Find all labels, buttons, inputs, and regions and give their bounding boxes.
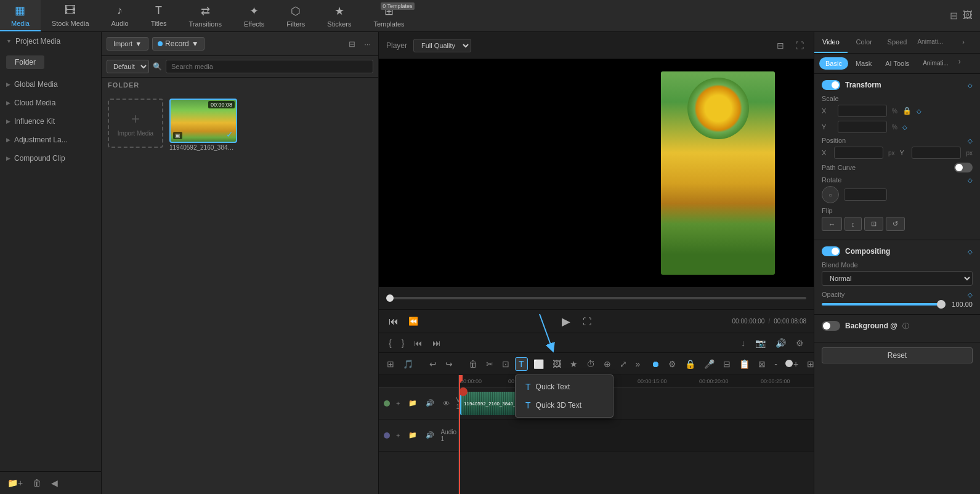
nav-item-transitions[interactable]: ⇄ Transitions (178, 0, 233, 31)
transform-toggle[interactable] (822, 80, 840, 90)
tl-split-button[interactable]: ⊟ (720, 358, 734, 370)
path-curve-toggle[interactable] (954, 163, 973, 172)
sub-tab-ai-tools[interactable]: AI Tools (879, 57, 915, 70)
nav-item-audio[interactable]: ♪ Audio (100, 0, 140, 31)
opacity-slider[interactable] (822, 303, 946, 306)
start-marker[interactable] (459, 387, 468, 396)
folder-button[interactable]: Folder (6, 55, 44, 69)
audio1-mute-button[interactable]: 🔊 (423, 430, 437, 440)
flip-both-button[interactable]: ⊡ (864, 217, 883, 231)
add-to-timeline-button[interactable]: ↓ (739, 337, 748, 349)
transform-keyframe-icon[interactable]: ◇ (968, 82, 973, 89)
tl-copy-button[interactable]: 📋 (736, 358, 753, 370)
flip-v-button[interactable]: ↕ (844, 217, 862, 231)
position-keyframe[interactable]: ◇ (968, 137, 973, 144)
nav-item-titles[interactable]: T Titles (140, 0, 178, 31)
nav-item-filters[interactable]: ⬡ Filters (275, 0, 316, 31)
sticker-button[interactable]: ★ (567, 358, 581, 370)
timeline-content[interactable]: 00:00:00 00:00:05:00 00:00:10:00 00:00:1… (459, 375, 814, 494)
opacity-thumb[interactable] (937, 300, 946, 309)
add-folder-button[interactable]: 📁+ (5, 477, 25, 489)
background-toggle[interactable] (822, 321, 840, 331)
tl-grid-button[interactable]: ⊞ (804, 358, 814, 370)
redo-button[interactable]: ↪ (442, 358, 456, 370)
search-input[interactable] (166, 60, 373, 73)
crop-button[interactable]: ⊡ (499, 358, 512, 370)
mark-out-button[interactable]: } (399, 337, 407, 349)
grid-view-icon[interactable]: ⊟ (950, 10, 958, 22)
fullscreen-icon[interactable]: ⛶ (793, 39, 806, 52)
nav-item-templates[interactable]: ⊞ Templates 0 Templates (362, 0, 415, 31)
step-back-button[interactable]: ⏪ (406, 315, 421, 327)
remove-folder-button[interactable]: 🗑 (30, 477, 44, 489)
undo-button[interactable]: ↩ (426, 358, 440, 370)
zoom-button[interactable]: ⊕ (601, 358, 614, 370)
reset-button[interactable]: Reset (822, 347, 973, 363)
rotate-input[interactable]: 0.00° (844, 188, 887, 201)
next-marker-button[interactable]: ⏭ (430, 337, 443, 349)
playhead[interactable] (459, 375, 460, 494)
import-media-button[interactable]: + Import Media (108, 99, 163, 148)
import-button[interactable]: Import ▼ (107, 37, 148, 51)
media-sort-select[interactable]: Default (107, 60, 149, 73)
cut-button[interactable]: ✂ (483, 358, 496, 370)
quick-3d-text-item[interactable]: T Quick 3D Text (516, 396, 613, 415)
sidebar-item-cloud-media[interactable]: ▶ Cloud Media (0, 94, 101, 112)
opacity-keyframe[interactable]: ◇ (968, 291, 973, 298)
volume-button[interactable]: 🔊 (773, 337, 788, 349)
timer-button[interactable]: ⏱ (583, 358, 598, 370)
video1-add-button[interactable]: + (394, 399, 402, 408)
sidebar-item-project-media[interactable]: ▼ Project Media (0, 32, 101, 51)
resize-button[interactable]: ⤢ (617, 358, 630, 370)
tab-more[interactable]: › (947, 32, 980, 53)
compositing-toggle[interactable] (822, 246, 840, 256)
tl-camera-button[interactable]: 🎤 (701, 358, 718, 370)
sidebar-item-compound-clip[interactable]: ▶ Compound Clip (0, 149, 101, 168)
add-track-button[interactable]: ⊞ (384, 358, 397, 370)
lock-icon[interactable]: 🔒 (902, 107, 912, 115)
video1-mute-button[interactable]: 🔊 (423, 398, 437, 408)
audio1-add-button[interactable]: + (394, 431, 402, 440)
nav-item-media[interactable]: ▦ Media (0, 0, 41, 31)
quick-text-item[interactable]: T Quick Text (516, 378, 613, 396)
audio1-media-button[interactable]: 📁 (406, 430, 419, 440)
delete-button[interactable]: 🗑 (466, 358, 480, 370)
settings-button[interactable]: ⚙ (793, 337, 806, 349)
shape-button[interactable]: ⬜ (530, 358, 547, 370)
quality-select[interactable]: Full Quality (413, 39, 471, 52)
nav-item-stickers[interactable]: ★ Stickers (316, 0, 362, 31)
snapshot-button[interactable]: 📷 (753, 337, 768, 349)
video1-media-button[interactable]: 📁 (406, 398, 419, 408)
tab-speed[interactable]: Speed (881, 32, 914, 53)
mark-in-button[interactable]: { (386, 337, 394, 349)
sub-tab-basic[interactable]: Basic (819, 57, 848, 70)
compositing-keyframe-icon[interactable]: ◇ (968, 248, 973, 255)
add-audio-track-button[interactable]: 🎵 (400, 358, 416, 370)
blend-mode-select[interactable]: Normal (822, 271, 973, 286)
prev-marker-button[interactable]: ⏮ (411, 337, 425, 349)
sidebar-item-global-media[interactable]: ▶ Global Media (0, 75, 101, 94)
position-x-input[interactable]: 0.00 (834, 147, 883, 159)
text-title-button[interactable]: T (515, 357, 528, 371)
tl-zoom-thumb[interactable] (785, 360, 793, 367)
sub-tab-mask[interactable]: Mask (849, 57, 878, 70)
rotate-dial[interactable]: ○ (822, 186, 839, 203)
tab-video[interactable]: Video (814, 32, 848, 53)
collapse-panel-button[interactable]: ◀ (49, 477, 60, 489)
time-scrubber[interactable] (386, 297, 806, 299)
scale-x-keyframe[interactable]: ◇ (917, 108, 921, 115)
filter-icon[interactable]: ⊟ (346, 38, 358, 50)
sidebar-item-influence-kit[interactable]: ▶ Influence Kit (0, 112, 101, 131)
scrubber-thumb[interactable] (386, 294, 394, 302)
flip-h-button[interactable]: ↔ (822, 217, 842, 231)
record-button[interactable]: Record ▼ (152, 37, 205, 51)
nav-item-effects[interactable]: ✦ Effects (233, 0, 275, 31)
scale-y-input[interactable]: 100.00 (838, 121, 887, 133)
tab-color[interactable]: Color (848, 32, 881, 53)
media-thumbnail[interactable]: 00:00:08 ▣ ✓ 11940592_2160_3840_2... (169, 99, 237, 151)
nav-item-stock-media[interactable]: 🎞 Stock Media (41, 0, 100, 31)
tl-lock-button[interactable]: 🔒 (682, 358, 699, 370)
split-view-icon[interactable]: ⊟ (774, 39, 787, 52)
more-tools-button[interactable]: » (633, 358, 644, 370)
sub-tab-more-icon[interactable]: › (958, 57, 961, 70)
